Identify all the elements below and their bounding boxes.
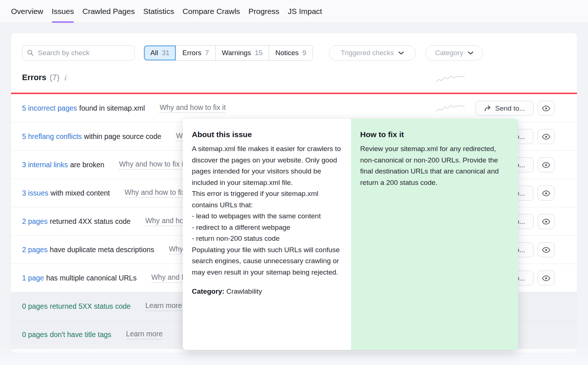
eye-icon (542, 274, 551, 283)
filter-count: 15 (255, 49, 262, 57)
tab-label: Overview (11, 7, 43, 16)
issue-description: found in sitemap.xml (79, 104, 145, 112)
issue-description: returned 5XX status code (50, 302, 130, 311)
filter-warnings[interactable]: Warnings15 (216, 46, 269, 60)
tab-label: JS Impact (288, 7, 322, 16)
filter-label: Notices (275, 49, 298, 57)
issue-details-popup: About this issue A sitemap.xml file make… (183, 119, 518, 350)
category-value: Crawlability (226, 287, 262, 295)
why-how-to-fix-link[interactable]: Why and how to fix it (119, 160, 185, 169)
filter-count: 7 (205, 49, 209, 57)
eye-icon (542, 189, 551, 198)
issue-description: are broken (70, 161, 104, 169)
tab-crawled-pages[interactable]: Crawled Pages (82, 0, 135, 23)
why-how-to-fix-link[interactable]: Why and how to fix it (159, 103, 226, 113)
issue-description: within page source code (84, 132, 161, 141)
tab-label: Crawled Pages (82, 7, 135, 16)
tab-compare-crawls[interactable]: Compare Crawls (183, 0, 240, 23)
tab-issues[interactable]: Issues (52, 0, 74, 23)
issue-count-link[interactable]: 2 pages (22, 246, 47, 254)
errors-section-header: Errors (7) i (22, 73, 66, 82)
issue-description: with mixed content (51, 189, 110, 197)
filter-count: 31 (162, 49, 169, 57)
filter-notices[interactable]: Notices9 (269, 46, 312, 60)
eye-icon (542, 132, 551, 141)
category-label: Category: (192, 287, 225, 295)
issue-trend-sparkline (435, 104, 465, 113)
severity-filter: All31 Errors7 Warnings15 Notices9 (144, 45, 313, 61)
issue-count-link[interactable]: 1 page (22, 274, 44, 282)
triggered-checks-dropdown[interactable]: Triggered checks (329, 45, 416, 61)
chevron-down-icon (468, 51, 473, 55)
filter-count: 9 (302, 49, 306, 57)
filter-label: Warnings (222, 49, 251, 57)
issue-count-link[interactable]: 3 issues (22, 189, 49, 197)
dropdown-label: Triggered checks (341, 49, 394, 57)
issue-description: returned 4XX status code (50, 217, 130, 226)
why-how-to-fix-link[interactable]: Why and how to fix it (125, 188, 191, 198)
issue-count-link[interactable]: 5 incorrect pages (22, 104, 77, 112)
issue-count-link[interactable]: 2 pages (22, 217, 47, 226)
filter-all[interactable]: All31 (144, 46, 176, 60)
view-issue-button[interactable] (538, 129, 555, 144)
eye-icon (542, 161, 551, 169)
search-by-check (22, 45, 135, 61)
filter-label: Errors (182, 49, 201, 57)
tab-label: Compare Crawls (183, 7, 240, 16)
errors-trend-sparkline (435, 74, 465, 84)
tab-overview[interactable]: Overview (11, 0, 43, 23)
tab-progress[interactable]: Progress (248, 0, 279, 23)
tab-js-impact[interactable]: JS Impact (288, 0, 322, 23)
view-issue-button[interactable] (538, 242, 555, 257)
active-tab-underline (52, 21, 74, 23)
view-issue-button[interactable] (538, 101, 555, 116)
fix-body: Review your sitemap.xml for any redirect… (360, 143, 509, 188)
issue-description: have duplicate meta descriptions (50, 246, 154, 254)
category-line: Category: Crawlability (192, 287, 342, 296)
section-title: Errors (22, 73, 46, 82)
dropdown-label: Category (435, 49, 463, 57)
tab-label: Statistics (143, 7, 174, 16)
issue-count-link[interactable]: 5 hreflang conflicts (22, 132, 82, 141)
info-icon[interactable]: i (63, 74, 66, 82)
issue-count-link[interactable]: 0 pages (22, 302, 47, 311)
tab-statistics[interactable]: Statistics (143, 0, 174, 23)
how-to-fix-panel: How to fix it Review your sitemap.xml fo… (351, 119, 518, 350)
filter-label: All (150, 49, 158, 57)
about-this-issue-panel: About this issue A sitemap.xml file make… (183, 119, 351, 350)
send-arrow-icon (484, 105, 492, 112)
category-dropdown[interactable]: Category (425, 45, 483, 61)
tab-label: Issues (52, 7, 74, 16)
why-how-to-fix-link[interactable]: Learn more (145, 301, 182, 311)
fix-title: How to fix it (360, 130, 509, 139)
view-issue-button[interactable] (538, 271, 555, 286)
search-icon (27, 49, 34, 57)
eye-icon (542, 246, 551, 254)
issue-count-link[interactable]: 0 pages (22, 330, 47, 339)
view-issue-button[interactable] (538, 214, 555, 229)
issue-description: has multiple canonical URLs (46, 274, 137, 282)
view-issue-button[interactable] (538, 157, 555, 172)
send-to-button[interactable]: Send to... (476, 101, 534, 116)
view-issue-button[interactable] (538, 186, 555, 201)
issue-row: 5 incorrect pages found in sitemap.xml W… (11, 94, 577, 122)
section-count: (7) (50, 73, 60, 82)
chevron-down-icon (398, 51, 404, 55)
filter-errors[interactable]: Errors7 (176, 46, 215, 60)
eye-icon (542, 217, 551, 226)
about-body: A sitemap.xml file makes it easier for c… (192, 143, 342, 278)
search-input[interactable] (22, 45, 135, 61)
site-audit-issues-screen: Overview Issues Crawled Pages Statistics… (0, 0, 588, 365)
about-title: About this issue (192, 130, 342, 139)
issue-count-link[interactable]: 3 internal links (22, 161, 68, 169)
report-tabs-bar: Overview Issues Crawled Pages Statistics… (0, 0, 588, 23)
issue-description: don't have title tags (50, 330, 111, 339)
why-how-to-fix-link[interactable]: Learn more (126, 330, 163, 339)
eye-icon (542, 104, 551, 113)
tab-label: Progress (248, 7, 279, 16)
send-to-label: Send to... (495, 104, 525, 112)
